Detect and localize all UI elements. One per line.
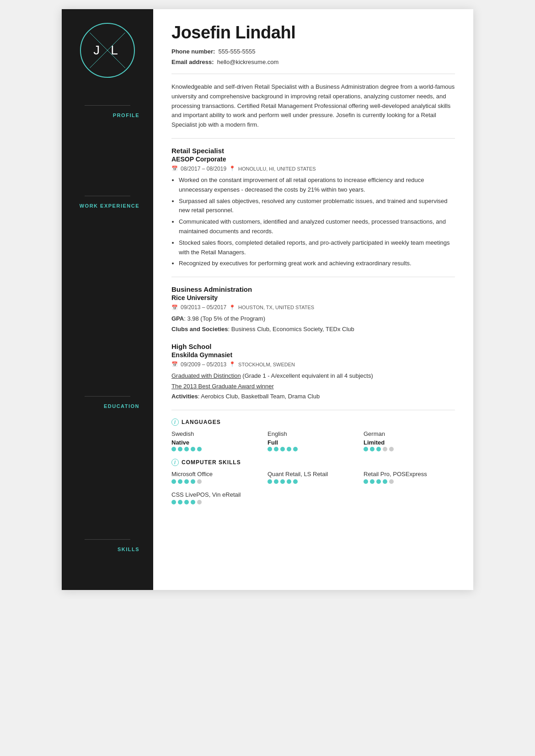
email-value: hello@kickresume.com	[217, 59, 279, 65]
sidebar-profile-section: PROFILE	[62, 96, 153, 123]
computer-header: i COMPUTER SKILLS	[171, 459, 455, 466]
edu-date-1: 09/2009 – 05/2013	[181, 361, 226, 368]
languages-grid: Swedish Native English Full	[171, 430, 455, 451]
sidebar-divider-profile	[85, 105, 130, 106]
job-title-0: Retail Specialist	[171, 147, 455, 155]
phone-label: Phone number:	[171, 48, 215, 55]
bullet-0-2: Communicated with customers, identified …	[179, 217, 455, 236]
skill-css-livepos-name: CSS LivePOS, Vin eRetail	[171, 491, 263, 498]
edu-clubs-text: : Business Club, Economics Society, TEDx…	[228, 326, 354, 332]
skill-swedish-dots	[171, 447, 263, 451]
languages-header: i LANGUAGES	[171, 418, 455, 426]
sidebar-work-section: WORK EXPERIENCE	[62, 187, 153, 213]
skill-english: English Full	[268, 430, 359, 451]
edu-clubs: Clubs and Societies: Business Club, Econ…	[171, 325, 455, 334]
dot	[268, 447, 272, 451]
divider-after-education	[171, 410, 455, 410]
edu-meta-0: 📅 09/2013 – 05/2017 📍 HOUSTON, TX, UNITE…	[171, 304, 455, 311]
avatar: J L	[80, 23, 135, 78]
computer-skills-subsection: i COMPUTER SKILLS Microsoft Office	[171, 459, 455, 504]
divider-after-header	[171, 74, 455, 74]
candidate-name: Josefin Lindahl	[171, 23, 455, 43]
skill-ms-office-name: Microsoft Office	[171, 471, 263, 477]
dot	[280, 447, 285, 451]
work-experience-section: Retail Specialist AESOP Corporate 📅 08/2…	[171, 147, 455, 268]
dot	[376, 447, 381, 451]
skill-ms-office: Microsoft Office	[171, 471, 263, 484]
dot	[364, 479, 368, 484]
edu-award-text: The 2013 Best Graduate Award winner	[171, 383, 274, 390]
location-icon-0: 📍	[229, 166, 235, 172]
dot	[376, 479, 381, 484]
sidebar-label-profile: PROFILE	[71, 113, 144, 118]
skill-german-dots	[364, 447, 455, 451]
dot	[287, 447, 291, 451]
edu-award: The 2013 Best Graduate Award winner	[171, 382, 455, 391]
skill-german-name: German	[364, 430, 455, 437]
computer-grid: Microsoft Office Quant Retail, LS Retail	[171, 471, 455, 484]
dot	[383, 479, 387, 484]
dot	[383, 447, 387, 451]
edu-location-1: STOCKHOLM, SWEDEN	[238, 362, 295, 367]
skill-quant-retail-name: Quant Retail, LS Retail	[268, 471, 359, 477]
education-section: Business Administration Rice University …	[171, 285, 455, 402]
sidebar-divider-education	[85, 396, 130, 397]
dot	[268, 479, 272, 484]
dot	[184, 447, 189, 451]
profile-section: Knowledgeable and self-driven Retail Spe…	[171, 82, 455, 130]
edu-distinction-label: Graduated with Distinction	[171, 372, 241, 379]
divider-after-work	[171, 277, 455, 277]
edu-activities-text: : Aerobics Club, Basketball Team, Drama …	[198, 393, 320, 400]
computer-extra-row: CSS LivePOS, Vin eRetail	[171, 491, 455, 504]
sidebar-divider-work	[85, 196, 130, 196]
dot	[197, 479, 202, 484]
phone-row: Phone number: 555-555-5555	[171, 48, 455, 55]
skill-quant-retail: Quant Retail, LS Retail	[268, 471, 359, 484]
edu-date-0: 09/2013 – 05/2017	[181, 304, 226, 311]
job-0: Retail Specialist AESOP Corporate 📅 08/2…	[171, 147, 455, 268]
main-content: Josefin Lindahl Phone number: 555-555-55…	[153, 9, 473, 590]
dot	[184, 479, 189, 484]
dot	[370, 447, 374, 451]
sidebar-divider-skills	[85, 539, 130, 540]
calendar-icon-0: 📅	[171, 166, 178, 172]
skill-css-livepos: CSS LivePOS, Vin eRetail	[171, 491, 263, 504]
skill-retail-pro: Retail Pro, POSExpress	[364, 471, 455, 484]
languages-header-text: LANGUAGES	[182, 419, 221, 425]
edu-gpa-text: : 3.98 (Top 5% of the Program)	[184, 315, 265, 322]
bullet-0-0: Worked on the constant improvement of al…	[179, 176, 455, 195]
edu-0: Business Administration Rice University …	[171, 285, 455, 334]
edu-distinction-text: (Grade 1 - A/excellent equivalent in all…	[241, 372, 373, 379]
sidebar-label-education: EDUCATION	[71, 403, 144, 409]
bullet-0-3: Stocked sales floors, completed detailed…	[179, 238, 455, 257]
edu-gpa-label: GPA	[171, 315, 184, 322]
dot	[389, 447, 394, 451]
dot	[287, 479, 291, 484]
email-row: Email address: hello@kickresume.com	[171, 59, 455, 65]
dot	[274, 479, 278, 484]
skill-css-livepos-dots	[171, 500, 263, 504]
skill-ms-office-dots	[171, 479, 263, 484]
profile-text: Knowledgeable and self-driven Retail Spe…	[171, 82, 455, 130]
dot	[197, 447, 202, 451]
skill-swedish-name: Swedish	[171, 430, 263, 437]
edu-school-1: Enskilda Gymnasiet	[171, 351, 455, 359]
skill-swedish: Swedish Native	[171, 430, 263, 451]
dot	[178, 479, 182, 484]
skill-swedish-level: Native	[171, 439, 263, 446]
edu-gpa: GPA: 3.98 (Top 5% of the Program)	[171, 314, 455, 324]
job-location-0: HONOLULU, HI, UNITED STATES	[238, 166, 316, 172]
computer-header-text: COMPUTER SKILLS	[182, 459, 241, 466]
dot	[171, 479, 176, 484]
edu-distinction: Graduated with Distinction (Grade 1 - A/…	[171, 371, 455, 381]
edu-location-0: HOUSTON, TX, UNITED STATES	[238, 305, 314, 310]
skill-german-level: Limited	[364, 439, 455, 446]
sidebar-label-work: WORK EXPERIENCE	[71, 203, 144, 209]
bullet-0-4: Recognized by executives for performing …	[179, 259, 455, 268]
sidebar: J L PROFILE WORK EXPERIENCE EDUCATION SK…	[62, 9, 153, 590]
calendar-icon-edu-1: 📅	[171, 361, 178, 367]
edu-clubs-label: Clubs and Societies	[171, 326, 228, 332]
divider-after-profile	[171, 138, 455, 139]
location-icon-edu-0: 📍	[229, 305, 235, 311]
dot	[191, 500, 195, 504]
